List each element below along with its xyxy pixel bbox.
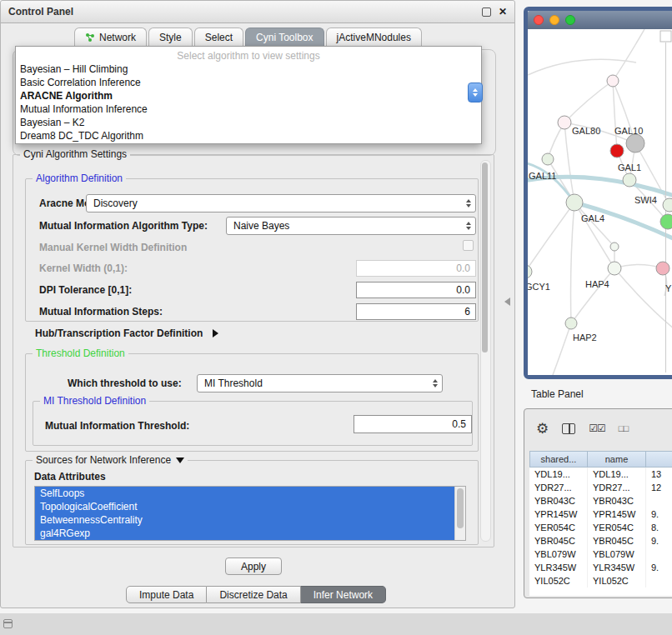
network-canvas[interactable]: GAL80 GAL10 GAL11 GAL1 SWI4 GAL4 GCY1 HA… <box>528 29 672 375</box>
float-window-icon[interactable] <box>482 8 491 17</box>
tab-label: Style <box>159 32 182 43</box>
sources-group-toggle[interactable]: Sources for Network Inference <box>33 454 188 466</box>
apply-button[interactable]: Apply <box>225 558 282 575</box>
zoom-traffic-light[interactable] <box>565 15 575 25</box>
manual-kernel-width-checkbox[interactable] <box>463 240 474 251</box>
column-header-name[interactable]: name <box>588 451 646 468</box>
mi-threshold-field[interactable]: 0.5 <box>354 415 472 433</box>
node-hap2[interactable] <box>565 318 577 329</box>
select-all-columns-icon[interactable]: ☑☑ <box>589 422 605 434</box>
cell: 13 <box>646 468 672 481</box>
mi-algorithm-type-label: Mutual Information Algorithm Type: <box>39 220 208 232</box>
node-unlabeled[interactable] <box>607 75 619 87</box>
dpi-tolerance-field[interactable]: 0.0 <box>356 282 476 298</box>
panel-corner-icon[interactable] <box>3 619 13 628</box>
table-header-row: shared... name <box>529 451 672 468</box>
node-gal10[interactable] <box>626 134 644 152</box>
algorithm-option[interactable]: Mutual Information Inference <box>16 102 481 116</box>
node-gal1[interactable] <box>623 173 636 187</box>
table-row[interactable]: YDL19... YDL19... 13 <box>529 468 672 481</box>
panel-title: Control Panel <box>8 6 73 18</box>
table-row[interactable]: YIL052C YIL052C <box>529 574 672 588</box>
scrollbar-thumb[interactable] <box>482 162 488 352</box>
deselect-all-columns-icon[interactable]: □□ <box>619 423 628 433</box>
column-header-extra[interactable] <box>646 451 672 468</box>
node-gal4[interactable] <box>566 194 583 211</box>
tab-network[interactable]: Network <box>74 28 147 47</box>
attribute-item[interactable]: gal4RGexp <box>35 527 455 540</box>
table-row[interactable]: YER054C YER054C 8. <box>529 521 672 534</box>
threshold-definition-group: Threshold Definition Which threshold to … <box>25 353 479 452</box>
cell: YPR145W <box>529 508 588 521</box>
table-row[interactable]: YBR043C YBR043C <box>529 494 672 508</box>
close-panel-icon[interactable]: ✕ <box>499 7 507 17</box>
algorithm-option[interactable]: Bayesian – K2 <box>16 116 481 129</box>
tab-infer-network[interactable]: Infer Network <box>301 586 386 603</box>
dropdown-placeholder: Select algorithm to view settings <box>16 49 481 62</box>
cell: YBR045C <box>529 534 588 548</box>
control-panel-titlebar[interactable]: Control Panel ✕ <box>1 1 514 23</box>
mi-threshold-definition-group: MI Threshold Definition Mutual Informati… <box>33 401 473 446</box>
table-row[interactable]: YPR145W YPR145W 9. <box>529 508 672 521</box>
cell: YBL079W <box>529 548 588 561</box>
table-row[interactable]: YDR27... YDR27... 12 <box>529 481 672 494</box>
hub-tf-definition-toggle[interactable]: Hub/Transcription Factor Definition <box>35 325 218 338</box>
tab-select[interactable]: Select <box>194 28 243 47</box>
table-row[interactable]: YLR345W YLR345W 9. <box>529 561 672 574</box>
field-value: 0.0 <box>456 262 470 274</box>
data-attributes-list[interactable]: SelfLoops TopologicalCoefficient Between… <box>34 486 466 541</box>
table-row[interactable]: YBL079W YBL079W <box>529 548 672 561</box>
algorithm-option-selected[interactable]: ARACNE Algorithm <box>16 89 481 102</box>
minimize-traffic-light[interactable] <box>549 15 559 25</box>
panel-collapse-handle[interactable] <box>504 298 510 306</box>
settings-scrollbar[interactable] <box>480 160 491 542</box>
node-gcy1[interactable] <box>528 265 532 278</box>
tab-jactivemnodules[interactable]: jActiveMNodules <box>326 28 422 47</box>
node-gal11[interactable] <box>542 153 554 165</box>
cell: YLR345W <box>588 561 646 574</box>
attributes-scrollbar[interactable] <box>454 487 465 540</box>
gear-icon[interactable]: ⚙ <box>536 422 549 436</box>
node-selected-red[interactable] <box>610 144 624 158</box>
node-pink[interactable] <box>656 262 669 275</box>
cell: 8. <box>646 521 672 534</box>
mi-steps-field[interactable]: 6 <box>356 303 476 320</box>
attribute-item[interactable]: BetweennessCentrality <box>35 513 455 527</box>
cyni-algorithm-settings-group: Cyni Algorithm Settings Algorithm Defini… <box>13 154 494 548</box>
mi-steps-label: Mutual Information Steps: <box>39 306 163 318</box>
combo-arrows-icon <box>466 222 471 230</box>
node-hap4[interactable] <box>608 262 621 275</box>
mi-algorithm-type-select[interactable]: Naive Bayes <box>226 217 476 235</box>
columns-icon[interactable] <box>562 423 575 434</box>
algorithm-option[interactable]: Dream8 DC_TDC Algorithm <box>16 129 481 142</box>
hub-tf-definition-label: Hub/Transcription Factor Definition <box>35 328 203 339</box>
tab-discretize-data[interactable]: Discretize Data <box>207 586 300 603</box>
attribute-item[interactable]: TopologicalCoefficient <box>35 500 455 513</box>
attribute-item[interactable]: SelfLoops <box>35 487 455 500</box>
tab-cyni-toolbox[interactable]: Cyni Toolbox <box>245 28 323 47</box>
combo-arrows-icon <box>433 379 438 388</box>
node-unlabeled[interactable] <box>610 242 619 251</box>
scrollbar-thumb[interactable] <box>457 488 464 528</box>
network-scroll-corner[interactable] <box>660 31 671 42</box>
node-swi4[interactable] <box>663 198 672 212</box>
cell: YIL052C <box>529 574 588 588</box>
node-gal80[interactable] <box>558 116 571 129</box>
node-label: GCY1 <box>528 282 550 292</box>
which-threshold-select[interactable]: MI Threshold <box>197 374 443 392</box>
close-traffic-light[interactable] <box>534 15 544 25</box>
node-label: GAL11 <box>529 171 556 181</box>
node-bright-green[interactable] <box>660 214 672 229</box>
algorithm-option[interactable]: Bayesian – Hill Climbing <box>16 62 481 76</box>
table-row[interactable]: YBR045C YBR045C 9. <box>529 534 672 548</box>
cell: YDR27... <box>588 481 646 494</box>
tab-style[interactable]: Style <box>148 28 193 47</box>
data-attributes-label: Data Attributes <box>34 471 106 482</box>
algorithm-option[interactable]: Basic Correlation Inference <box>16 76 481 89</box>
algorithm-combo-stepper[interactable] <box>468 82 483 102</box>
column-header-shared-name[interactable]: shared... <box>529 451 588 468</box>
tab-impute-data[interactable]: Impute Data <box>126 586 207 603</box>
kernel-width-field[interactable]: 0.0 <box>356 260 476 277</box>
aracne-mode-select[interactable]: Discovery <box>86 194 476 212</box>
network-window-titlebar[interactable] <box>528 11 672 30</box>
